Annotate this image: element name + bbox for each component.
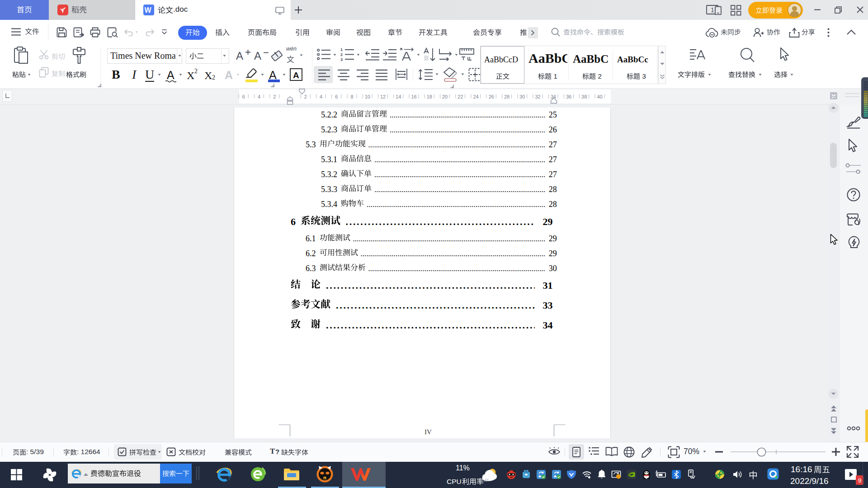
svg-text:18: 18 [427,94,432,99]
svg-text:10: 10 [365,94,370,99]
svg-text:22: 22 [458,94,463,99]
svg-text:4: 4 [258,94,260,99]
svg-text:32: 32 [535,94,540,99]
svg-text:26: 26 [489,94,494,99]
svg-text:6: 6 [242,94,245,99]
svg-text:36: 36 [566,94,571,99]
svg-text:14: 14 [396,94,401,99]
svg-text:24: 24 [473,94,478,99]
svg-text:40: 40 [597,94,602,99]
svg-text:28: 28 [504,94,509,99]
svg-text:6: 6 [335,94,338,99]
svg-text:4: 4 [320,94,322,99]
svg-text:16: 16 [411,94,416,99]
svg-text:12: 12 [380,94,386,99]
svg-text:8: 8 [350,94,353,99]
svg-text:20: 20 [442,94,448,99]
svg-text:38: 38 [581,94,587,99]
svg-text:2: 2 [273,94,276,99]
svg-text:30: 30 [519,94,525,99]
